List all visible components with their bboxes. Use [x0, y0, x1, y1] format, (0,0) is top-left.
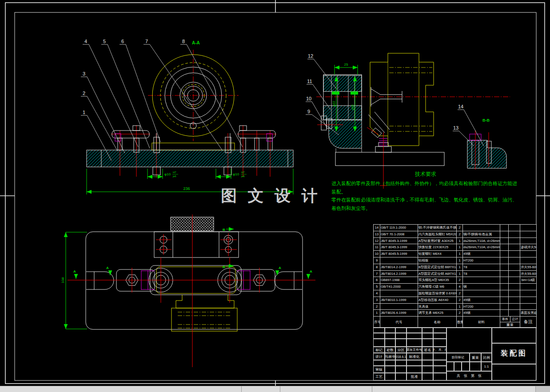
scrollbar-corner-box	[535, 386, 550, 392]
balloon-3: 3	[83, 71, 85, 76]
label-weight: 重量	[472, 355, 479, 360]
bom-row: 6GB897-1988双头螺柱A型 M6X352bm=1d级	[374, 277, 537, 284]
scrollbar-divider	[280, 386, 280, 392]
bom-row: 13GB/T 70.1-2008内六角圆柱头螺钉 M5X202钢/不锈钢/有色金…	[374, 231, 537, 238]
title-block: 标记 处数 分区 更改文件号 签名 年、月、日 设计 马林华 2018.6.19…	[373, 327, 536, 380]
tech-requirements-line: 进入装配的零件及部件（包括外购件、外协件），均必须具有检验部门的合格证方能进	[331, 179, 520, 188]
technical-requirements: 技术要求 进入装配的零件及部件（包括外购件、外协件），均必须具有检验部门的合格证…	[331, 170, 520, 212]
drawing-title: 装配图	[501, 349, 527, 358]
label-count: 处数	[387, 348, 394, 352]
label-date-head: 年、月、日	[433, 348, 446, 352]
bom-row: 11JB/T 8045.3-1999快换钻套 22X30X251d≤26mm,T…	[374, 244, 537, 251]
label-change-doc: 更改文件号	[407, 348, 422, 352]
dim-dia10-right: φ10	[233, 172, 239, 176]
bom-header-name: 名称	[418, 317, 457, 328]
bom-parts-list: 14GB/T 119.1-2000销-不淬硬钢和奥氏体不锈钢 5X302 13G…	[373, 224, 537, 328]
bom-row: 9钻模板1HT200	[374, 257, 537, 264]
section-mark-a3: A	[279, 266, 281, 270]
section-mark-b1: B	[223, 228, 225, 232]
bom-row: 12JB/T 8045.3-1999A型钻套用衬套 A30X251d≤26mm,…	[374, 238, 537, 244]
bom-row: 4圆柱螺旋压缩弹簧 0.6X8X302	[374, 290, 537, 297]
balloon-9: 9	[307, 109, 310, 114]
designer-name: 马林华	[385, 354, 395, 359]
fit-bot-left: js6	[172, 175, 176, 178]
label-approve: 批准	[411, 374, 418, 379]
bom-row: 1JB/T8026.4-1999调节支承 M6X25245钢表面发黑处理	[374, 310, 537, 317]
bottom-scrollbar[interactable]	[0, 386, 550, 392]
tech-requirements-line: 着色剂和灰尘等。	[331, 204, 520, 213]
dim-dia10-left: φ10	[164, 172, 171, 176]
front-view: 236 φ10 H7 js6 φ10 H7 js6 A-A	[81, 39, 293, 194]
section-mark-a1: A	[106, 266, 109, 270]
tech-requirements-line: 零件在装配前必须清理和清洗干净，不得有毛刺、飞边、氧化皮、锈蚀、切屑、油污、	[331, 196, 520, 204]
bom-row: 5GB/T41-2000六角螺母-C级 M64钢	[374, 284, 537, 290]
section-mark-a4: A	[310, 269, 312, 273]
bom-row: 10JB/T 8045.5-1999钻套螺钉 M6X4145钢	[374, 251, 537, 257]
fit-top-right: H7	[241, 171, 245, 174]
dim-25: 25	[344, 63, 348, 67]
balloon-1: 1	[83, 110, 85, 115]
balloon-4: 4	[84, 39, 87, 44]
bom-row: 7JB/T8014.2-1999A型固定式定位销 A6f7X121T8淬火55-…	[374, 270, 537, 277]
tech-requirements-title: 技术要求	[331, 170, 520, 178]
detail-bb: B-B 14 13	[453, 104, 506, 170]
label-process: 工艺	[375, 374, 383, 379]
dim-108: 108	[61, 277, 65, 283]
balloon-2: 2	[83, 91, 85, 96]
balloon-13: 13	[453, 125, 458, 131]
bom-header-weight: 单件总计 重量	[500, 317, 520, 328]
dim-236: 236	[183, 186, 190, 191]
plan-view: 108	[61, 214, 315, 367]
label-design: 设计	[375, 354, 383, 359]
balloon-14: 14	[458, 104, 463, 109]
label-standard: 标准化	[409, 354, 420, 359]
bom-row: 14GB/T 119.1-2000销-不淬硬钢和奥氏体不锈钢 5X302	[374, 225, 537, 231]
label-stage-mark: 阶段标记	[452, 355, 464, 360]
tech-requirements-line: 装配。	[331, 188, 520, 196]
balloon-8: 8	[182, 39, 185, 44]
label-sign: 签名	[424, 348, 431, 352]
section-mark-b2: B	[223, 265, 225, 269]
label-scale: 比例	[483, 355, 490, 360]
sheet-count: 共 张 第 张	[457, 373, 482, 378]
balloon-6: 6	[121, 39, 124, 44]
fit-top-left: H7	[173, 171, 176, 174]
bom-header-row: 序号 代号 名称 数量 材料 单件总计 重量 备注	[374, 317, 537, 328]
balloon-5: 5	[103, 39, 106, 44]
balloon-7: 7	[145, 39, 148, 44]
label-mark: 标记	[375, 348, 383, 352]
bom-row: 2夹具体1HT200	[374, 303, 537, 310]
bom-header-code: 代号	[380, 317, 418, 328]
section-label-bb: B-B	[482, 118, 490, 123]
bom-row: 3JB/T8010.1-1999A型移动压板 A6X40245钢	[374, 297, 537, 303]
dim-dia22: φ22	[332, 101, 336, 107]
scrollbar-divider	[372, 386, 372, 392]
design-date: 2018.6.19	[395, 355, 407, 358]
scrollbar-divider	[241, 386, 242, 392]
watermark-text: 图 文 设 计	[221, 185, 320, 207]
scale-value: 1:1	[484, 364, 489, 368]
bom-header-qty: 数量	[457, 317, 463, 328]
bom-row: 8JB/T8014.2-1999B型固定式定位销 B6f7X121T8淬火55-…	[374, 264, 537, 270]
dim-dia30: φ30	[351, 105, 355, 110]
bom-header-remark: 备注	[520, 317, 537, 328]
fit-bot-right: js6	[241, 175, 245, 178]
balloon-10: 10	[306, 96, 311, 101]
label-zone: 分区	[398, 348, 405, 352]
balloon-11: 11	[307, 79, 312, 84]
bom-header-material: 材料	[463, 317, 500, 328]
section-label-aa: A-A	[192, 40, 200, 45]
balloon-12: 12	[308, 53, 313, 59]
bom-header-num: 序号	[374, 317, 380, 328]
label-audit: 审核	[375, 367, 383, 372]
section-mark-a2: A	[73, 269, 76, 273]
cad-drawing-canvas: 236 φ10 H7 js6 φ10 H7 js6 A-A	[0, 0, 550, 392]
